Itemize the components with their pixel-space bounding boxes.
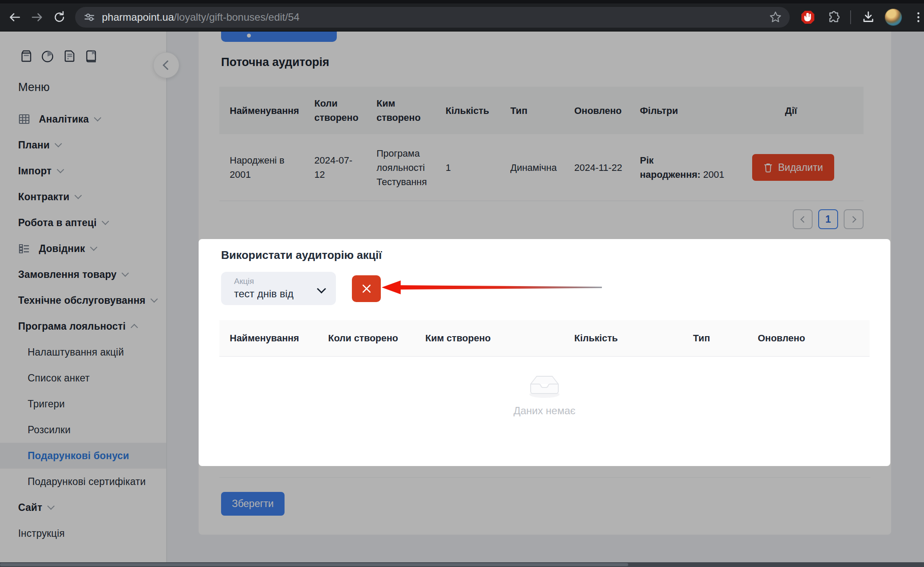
empty-inbox-icon xyxy=(523,367,566,400)
clear-selection-button[interactable] xyxy=(352,275,381,302)
downloads-button[interactable] xyxy=(857,6,880,28)
profile-avatar xyxy=(885,9,902,26)
toolbar-separator xyxy=(850,10,851,24)
use-audience-title: Використати аудиторію акції xyxy=(221,249,382,262)
col-name: Найменування xyxy=(219,320,318,356)
download-icon xyxy=(861,9,876,25)
forward-button[interactable] xyxy=(26,6,48,28)
promo-select-value: тест днів від xyxy=(234,288,325,300)
close-x-icon xyxy=(360,282,373,295)
extensions-button[interactable] xyxy=(822,6,844,28)
horizontal-scrollbar[interactable] xyxy=(0,562,924,567)
browser-window: pharmapoint.ua/loyalty/gift-bonuses/edit… xyxy=(0,0,924,567)
forward-arrow-icon xyxy=(29,9,45,25)
window-frame xyxy=(0,0,924,3)
red-arrow-annotation xyxy=(382,278,603,297)
address-bar[interactable]: pharmapoint.ua/loyalty/gift-bonuses/edit… xyxy=(75,7,790,28)
bookmark-button[interactable] xyxy=(768,10,783,25)
reload-icon xyxy=(52,10,67,25)
reload-button[interactable] xyxy=(48,6,71,28)
toolbar-right xyxy=(797,6,924,28)
star-icon xyxy=(768,10,783,25)
col-created-at: Коли створено xyxy=(318,320,415,356)
scrollbar-thumb[interactable] xyxy=(0,563,628,566)
back-arrow-icon xyxy=(7,9,22,25)
url-host: pharmapoint.ua xyxy=(102,11,174,23)
url-path: /loyalty/gift-bonuses/edit/54 xyxy=(174,11,300,23)
menu-kebab-button[interactable] xyxy=(907,6,924,28)
empty-state-text: Даних немає xyxy=(199,405,890,417)
promo-select-label: Акція xyxy=(234,277,325,286)
use-audience-panel: Використати аудиторію акції Акція тест д… xyxy=(199,239,890,466)
empty-state: Даних немає xyxy=(199,367,890,417)
profile-button[interactable] xyxy=(882,6,905,28)
url-text[interactable]: pharmapoint.ua/loyalty/gift-bonuses/edit… xyxy=(102,11,300,23)
col-created-by: Ким створено xyxy=(415,320,564,356)
promo-select[interactable]: Акція тест днів від xyxy=(221,272,336,305)
site-settings-icon[interactable] xyxy=(83,11,96,24)
adblock-extension-button[interactable] xyxy=(797,6,819,28)
col-count: Кількість xyxy=(564,320,683,356)
col-updated: Оновлено xyxy=(747,320,870,356)
use-audience-table: Найменування Коли створено Ким створено … xyxy=(219,320,870,357)
col-type: Тип xyxy=(683,320,747,356)
puzzle-icon xyxy=(825,9,841,25)
back-button[interactable] xyxy=(3,6,26,28)
table-header-row: Найменування Коли створено Ким створено … xyxy=(219,320,870,357)
kebab-menu-icon xyxy=(912,11,924,24)
adblock-hand-icon xyxy=(800,9,816,25)
browser-toolbar: pharmapoint.ua/loyalty/gift-bonuses/edit… xyxy=(0,3,924,32)
